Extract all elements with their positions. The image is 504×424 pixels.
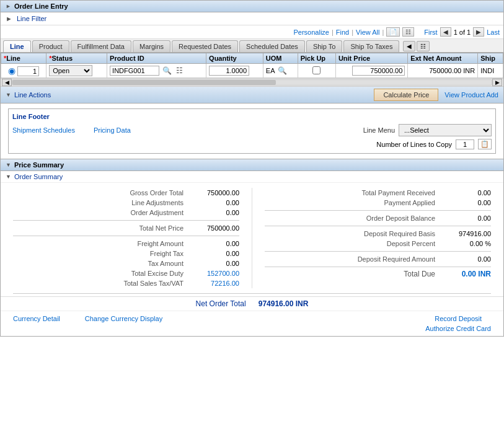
- col-pickup: Pick Up: [298, 53, 335, 64]
- lookup-icon[interactable]: ☷: [175, 66, 184, 75]
- order-summary-header: ▼ Order Summary: [1, 171, 503, 183]
- tab-ship-to-taxes[interactable]: Ship To Taxes: [343, 40, 399, 52]
- section-title: Order Line Entry: [14, 2, 68, 10]
- next-btn[interactable]: ▶: [473, 27, 484, 37]
- copy-lines-row: Number of Lines to Copy 📋: [12, 136, 492, 149]
- copy-lines-input[interactable]: [456, 139, 474, 149]
- line-actions-triangle: ▼: [6, 92, 11, 98]
- view-all-link[interactable]: View All: [356, 29, 379, 36]
- tab-product[interactable]: Product: [32, 40, 69, 52]
- tab-requested-dates[interactable]: Requested Dates: [172, 40, 238, 52]
- pricing-data-link[interactable]: Pricing Data: [94, 126, 131, 134]
- line-footer-wrapper: Line Footer Shipment Schedules Pricing D…: [1, 104, 503, 159]
- toolbar-row: Personalize | Find | View All | 📄 ☷ Firs…: [1, 25, 503, 39]
- divider-r1: [265, 210, 491, 211]
- summary-right-col: Total Payment Received 0.00 Payment Appl…: [252, 188, 491, 288]
- copy-lines-btn[interactable]: 📋: [478, 139, 492, 149]
- last-link[interactable]: Last: [487, 29, 500, 36]
- uom-search-icon[interactable]: 🔍: [276, 66, 288, 75]
- tax-amt-label: Tax Amount: [13, 260, 190, 267]
- tab-fulfillment[interactable]: Fulfillment Data: [71, 40, 131, 52]
- total-excise-row: Total Excise Duty 152700.00: [13, 268, 239, 278]
- total-net-value: 750000.00: [190, 224, 239, 232]
- net-total-divider: [13, 293, 491, 294]
- deposit-percent-label: Deposit Percent: [265, 240, 441, 247]
- total-net-label: Total Net Price: [13, 224, 190, 232]
- expand-icon: ►: [6, 3, 11, 9]
- line-adj-value: 0.00: [190, 199, 239, 206]
- order-summary-triangle: ▼: [6, 174, 11, 180]
- record-deposit-link[interactable]: Record Deposit: [425, 315, 491, 322]
- line-adjustments-row: Line Adjustments 0.00: [13, 198, 239, 208]
- payment-applied-value: 0.00: [441, 199, 491, 206]
- prev-btn[interactable]: ◀: [440, 27, 451, 37]
- calculate-price-btn[interactable]: Calculate Price: [374, 89, 438, 101]
- footer-links: Shipment Schedules Pricing Data: [12, 126, 131, 134]
- tab-scroll-left[interactable]: ◀: [403, 41, 415, 51]
- shipment-schedules-link[interactable]: Shipment Schedules: [12, 126, 75, 134]
- tab-grid-icon[interactable]: ☷: [417, 41, 430, 51]
- table-row: ◉ Open Closed Cancelled 🔍 ☷: [1, 64, 503, 78]
- order-deposit-label: Order Deposit Balance: [265, 214, 441, 222]
- tax-amount-row: Tax Amount 0.00: [13, 258, 239, 268]
- grid-container: *Line *Status Product ID Quantity UOM Pi…: [1, 53, 503, 87]
- bottom-links-row: Currency Detail Change Currency Display …: [1, 311, 503, 336]
- grid-btn[interactable]: ☷: [402, 27, 414, 37]
- currency-detail-link[interactable]: Currency Detail: [13, 315, 60, 332]
- tab-ship-to[interactable]: Ship To: [306, 40, 343, 52]
- tax-amt-value: 0.00: [190, 260, 239, 267]
- line-adj-label: Line Adjustments: [13, 199, 190, 206]
- bottom-links-right: Record Deposit Authorize Credit Card: [425, 315, 491, 332]
- tab-margins[interactable]: Margins: [133, 40, 170, 52]
- tab-scheduled-dates[interactable]: Scheduled Dates: [239, 40, 305, 52]
- col-uom: UOM: [263, 53, 298, 64]
- order-deposit-row: Order Deposit Balance 0.00: [265, 213, 491, 223]
- line-actions-header: ▼ Line Actions Calculate Price View Prod…: [1, 87, 503, 104]
- cell-quantity: [206, 64, 263, 78]
- col-quantity: Quantity: [206, 53, 263, 64]
- line-number-input[interactable]: [17, 66, 39, 76]
- total-excise-label: Total Excise Duty: [13, 270, 190, 277]
- col-ship: Ship: [478, 53, 503, 64]
- find-link[interactable]: Find: [336, 29, 349, 36]
- payment-applied-row: Payment Applied 0.00: [265, 198, 491, 208]
- quantity-input[interactable]: [209, 66, 249, 76]
- unit-price-input[interactable]: [352, 66, 405, 76]
- export-btn[interactable]: 📄: [386, 27, 400, 37]
- personalize-link[interactable]: Personalize: [293, 29, 329, 36]
- bottom-links-left: Currency Detail Change Currency Display: [13, 315, 162, 332]
- total-due-value: 0.00 INR: [441, 270, 491, 278]
- total-payment-label: Total Payment Received: [265, 189, 441, 197]
- cell-radio: ◉: [1, 64, 46, 78]
- view-product-add-link[interactable]: View Product Add: [444, 91, 498, 99]
- col-product-id: Product ID: [107, 53, 206, 64]
- deposit-req-amount-label: Deposit Required Amount: [265, 255, 441, 263]
- cell-uom: EA 🔍: [263, 64, 298, 78]
- tab-line[interactable]: Line: [3, 40, 31, 52]
- total-sales-tax-row: Total Sales Tax/VAT 72216.00: [13, 278, 239, 288]
- first-link[interactable]: First: [424, 29, 437, 36]
- scroll-right-btn[interactable]: ▶: [492, 79, 502, 86]
- authorize-credit-link[interactable]: Authorize Credit Card: [425, 325, 491, 332]
- order-deposit-value: 0.00: [441, 214, 491, 222]
- scroll-left-btn[interactable]: ◀: [2, 79, 12, 86]
- row-radio[interactable]: ◉: [8, 66, 15, 76]
- total-payment-value: 0.00: [441, 189, 491, 197]
- status-select[interactable]: Open Closed Cancelled: [49, 65, 92, 76]
- order-line-entry-header: ► Order Line Entry: [1, 1, 503, 12]
- line-footer-content: Shipment Schedules Pricing Data Line Men…: [12, 124, 492, 136]
- order-line-table: *Line *Status Product ID Quantity UOM Pi…: [1, 53, 503, 78]
- change-currency-link[interactable]: Change Currency Display: [85, 315, 162, 332]
- search-icon[interactable]: 🔍: [161, 66, 173, 75]
- pickup-checkbox[interactable]: [312, 66, 321, 74]
- horizontal-scrollbar[interactable]: ◀ ▶: [1, 78, 503, 87]
- order-adj-value: 0.00: [190, 209, 239, 216]
- gross-order-total-row: Gross Order Total 750000.00: [13, 188, 239, 198]
- cell-status: Open Closed Cancelled: [46, 64, 107, 78]
- line-filter-triangle: ►: [6, 15, 12, 22]
- product-id-input[interactable]: [110, 66, 159, 76]
- freight-amt-value: 0.00: [190, 240, 239, 247]
- line-filter-label: Line Filter: [17, 15, 46, 22]
- line-menu-select[interactable]: ...Select: [399, 124, 492, 136]
- freight-amount-row: Freight Amount 0.00: [13, 239, 239, 249]
